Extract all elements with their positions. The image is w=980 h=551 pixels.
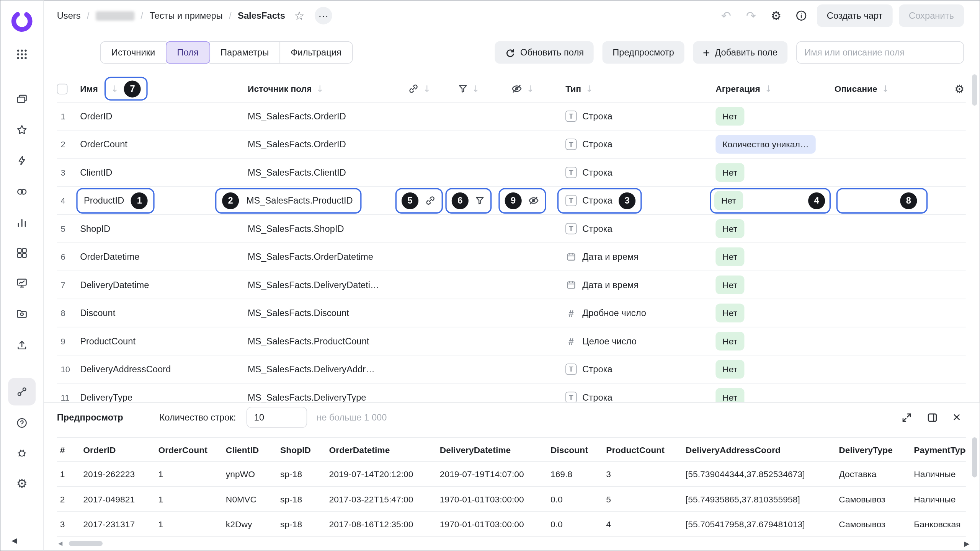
favorite-star-icon[interactable]: ☆ — [294, 9, 305, 23]
scrollbar-thumb[interactable] — [69, 541, 103, 546]
aggregation-select[interactable]: Нет — [715, 360, 744, 378]
tab-parameters[interactable]: Параметры — [209, 41, 280, 64]
breadcrumb-redacted[interactable] — [96, 11, 134, 20]
field-source[interactable]: MS_SalesFacts.OrderDatetime — [248, 252, 373, 262]
bar-chart-icon[interactable] — [8, 209, 36, 236]
preview-header-cell[interactable]: DeliveryType — [839, 445, 914, 455]
add-field-button[interactable]: + Добавить поле — [693, 41, 787, 64]
redo-icon[interactable]: ↷ — [742, 6, 761, 26]
column-header-description[interactable]: Описание — [835, 84, 877, 94]
field-name[interactable]: ClientID — [80, 168, 112, 178]
field-source[interactable]: MS_SalesFacts.OrderID — [248, 111, 346, 121]
preview-header-cell[interactable]: PaymentType — [914, 445, 966, 455]
fields-vertical-scrollbar[interactable] — [972, 74, 977, 106]
preview-header-cell[interactable]: OrderDatetime — [329, 445, 439, 455]
filter-funnel-icon[interactable] — [475, 196, 485, 205]
field-type[interactable]: Строка — [582, 168, 612, 178]
aggregation-select[interactable]: Нет — [715, 163, 744, 182]
presentation-icon[interactable] — [8, 269, 36, 297]
field-name[interactable]: ProductID — [84, 196, 124, 205]
aggregation-select[interactable]: Нет — [715, 248, 744, 266]
preview-vertical-scrollbar[interactable] — [972, 437, 977, 518]
scroll-left-icon[interactable]: ◀ — [58, 540, 62, 546]
preview-header-cell[interactable]: ShopID — [280, 445, 329, 455]
column-header-source[interactable]: Источник поля — [248, 84, 312, 94]
columns-settings-gear-icon[interactable]: ⚙ — [954, 82, 964, 95]
field-name[interactable]: DeliveryType — [80, 392, 132, 402]
tiles-grid-icon[interactable] — [8, 239, 36, 267]
field-source[interactable]: MS_SalesFacts.Discount — [248, 308, 349, 318]
sort-down-icon[interactable]: ↓ — [423, 84, 431, 94]
field-source[interactable]: MS_SalesFacts.ShopID — [248, 224, 344, 234]
field-source[interactable]: MS_SalesFacts.ProductCount — [248, 336, 369, 346]
field-search-input[interactable] — [796, 41, 964, 64]
preview-row[interactable]: 22017-0498211N0MVCsp-182017-03-22T15:47:… — [57, 487, 966, 512]
close-icon[interactable]: × — [953, 411, 961, 424]
preview-header-cell[interactable]: Discount — [550, 445, 606, 455]
tab-filtering[interactable]: Фильтрация — [279, 41, 353, 64]
field-type[interactable]: Строка — [582, 392, 612, 402]
field-name[interactable]: ProductCount — [80, 336, 136, 346]
datalens-logo[interactable] — [10, 9, 34, 34]
field-row-OrderCount[interactable]: 2 OrderCount MS_SalesFacts.OrderID TСтро… — [57, 130, 966, 158]
field-name[interactable]: DeliveryDatetime — [80, 280, 149, 290]
column-header-name[interactable]: Имя — [80, 84, 98, 94]
field-row-OrderDatetime[interactable]: 6 OrderDatetime MS_SalesFacts.OrderDatet… — [57, 243, 966, 271]
create-chart-button[interactable]: Создать чарт — [817, 4, 893, 27]
filter-funnel-icon[interactable] — [457, 84, 467, 94]
field-row-Discount[interactable]: 8 Discount MS_SalesFacts.Discount #Дробн… — [57, 299, 966, 327]
aggregation-select[interactable]: Нет — [715, 219, 744, 238]
preview-header-cell[interactable]: ProductCount — [606, 445, 686, 455]
hidden-eye-icon[interactable] — [528, 195, 539, 206]
scrollbar-thumb[interactable] — [972, 437, 977, 477]
field-type[interactable]: Строка — [582, 196, 612, 205]
aggregation-select[interactable]: Нет — [715, 107, 744, 126]
bug-icon[interactable] — [8, 439, 36, 467]
lightning-icon[interactable] — [8, 147, 36, 174]
field-name[interactable]: OrderDatetime — [80, 252, 139, 262]
column-header-type[interactable]: Тип — [565, 84, 581, 94]
favorites-star-icon[interactable] — [8, 116, 36, 144]
sort-down-icon[interactable]: ↓ — [882, 84, 889, 94]
aggregation-select[interactable]: Количество уникал… — [715, 135, 815, 154]
refresh-fields-button[interactable]: Обновить поля — [495, 41, 594, 64]
field-source[interactable]: MS_SalesFacts.ProductID — [247, 196, 353, 205]
settings-gear-icon[interactable]: ⚙ — [8, 470, 36, 497]
tab-sources[interactable]: Источники — [100, 41, 166, 64]
info-icon[interactable] — [792, 6, 810, 26]
breadcrumb-users[interactable]: Users — [57, 11, 81, 21]
column-header-aggregation[interactable]: Агрегация — [715, 84, 760, 94]
field-name[interactable]: Discount — [80, 308, 115, 318]
field-row-DeliveryDatetime[interactable]: 7 DeliveryDatetime MS_SalesFacts.Deliver… — [57, 271, 966, 299]
services-grid-icon[interactable] — [8, 41, 36, 68]
more-menu-button[interactable]: ⋯ — [315, 7, 332, 24]
field-source[interactable]: MS_SalesFacts.OrderID — [248, 139, 346, 149]
preview-row[interactable]: 12019-2622231ynpWOsp-182019-07-14T20:12:… — [57, 462, 966, 487]
link-icon[interactable] — [425, 195, 436, 206]
sort-down-icon[interactable]: ↓ — [764, 84, 772, 94]
preview-row[interactable]: 32017-2313171k2Dwysp-182017-08-16T12:35:… — [57, 512, 966, 536]
horizontal-scrollbar[interactable]: ◀ ▶ — [57, 540, 971, 548]
upload-icon[interactable] — [8, 331, 36, 359]
preview-header-cell[interactable]: # — [57, 445, 83, 455]
sort-down-icon[interactable]: ↓ — [111, 84, 118, 94]
save-button[interactable]: Сохранить — [899, 4, 964, 27]
field-row-ProductID[interactable]: 4 ProductID1 2MS_SalesFacts.ProductID 5 … — [57, 187, 966, 215]
sort-down-icon[interactable]: ↓ — [316, 84, 323, 94]
tab-fields[interactable]: Поля — [166, 41, 210, 64]
sort-down-icon[interactable]: ↓ — [526, 84, 534, 94]
sort-down-icon[interactable]: ↓ — [586, 84, 593, 94]
dock-panel-icon[interactable] — [927, 412, 938, 423]
undo-icon[interactable]: ↶ — [717, 6, 735, 26]
field-type[interactable]: Строка — [582, 224, 612, 234]
sort-down-icon[interactable]: ↓ — [472, 84, 479, 94]
connections-icon[interactable] — [8, 378, 36, 406]
preview-button[interactable]: Предпросмотр — [603, 41, 684, 64]
help-icon[interactable] — [8, 409, 36, 437]
field-row-ShopID[interactable]: 5 ShopID MS_SalesFacts.ShopID TСтрока Не… — [57, 215, 966, 243]
field-type[interactable]: Дата и время — [582, 280, 639, 290]
aggregation-select[interactable]: Нет — [714, 191, 743, 210]
field-type[interactable]: Строка — [582, 139, 612, 149]
field-type[interactable]: Строка — [582, 364, 612, 374]
breadcrumb-folder[interactable]: Тесты и примеры — [149, 11, 222, 21]
